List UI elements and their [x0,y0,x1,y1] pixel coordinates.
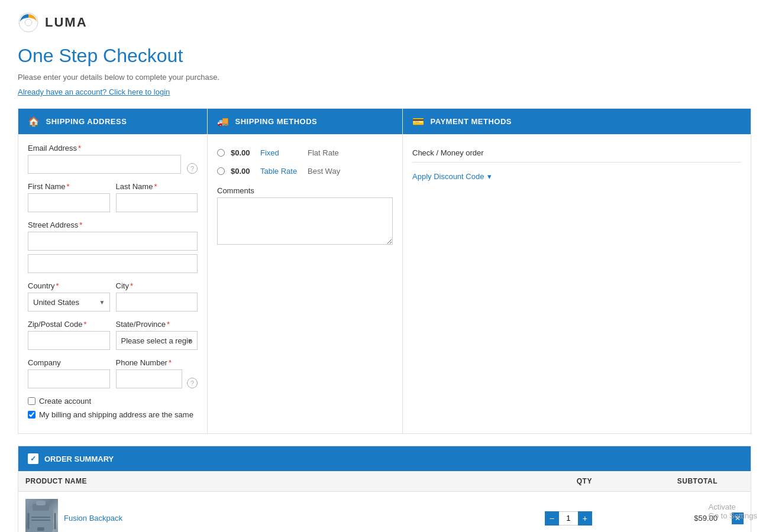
shipping-method-0: Fixed [260,148,302,157]
billing-same-checkbox[interactable] [28,411,35,419]
product-name-link[interactable]: Fusion Backpack [64,514,122,523]
price-cell: $59.00 [599,492,725,533]
payment-methods-header: 💳 PAYMENT METHODS [403,109,751,134]
city-input[interactable] [116,293,198,312]
state-label: State/Province* [116,320,198,329]
state-group: State/Province* Please select a region [116,320,198,350]
zip-input[interactable] [28,331,110,350]
order-summary-header: ✓ ORDER SUMMARY [18,446,751,471]
comments-label: Comments [217,186,393,195]
first-name-group: First Name* [28,182,110,212]
col-product: PRODUCT NAME [18,471,458,492]
last-name-input[interactable] [116,193,198,212]
email-group: Email Address* ? [28,144,198,174]
product-cell: Fusion Backpack [18,492,458,533]
shipping-methods-body: $0.00 Fixed Flat Rate $0.00 Table Rate B… [208,134,402,256]
billing-same-label[interactable]: My billing and shipping address are the … [39,410,193,419]
create-account-checkbox[interactable] [28,397,35,405]
create-account-label[interactable]: Create account [39,397,91,406]
watermark: Activate Go to Settings [709,502,757,520]
shipping-carrier-0: Flat Rate [308,148,339,157]
payment-methods-column: 💳 PAYMENT METHODS Check / Money order Ap… [403,109,751,433]
company-input[interactable] [28,369,110,388]
state-select[interactable]: Please select a region [116,331,198,350]
col-qty: QTY [458,471,599,492]
shipping-radio-1[interactable] [217,167,225,175]
qty-input[interactable] [559,511,578,525]
street-input-2[interactable] [28,254,198,273]
shipping-carrier-1: Best Way [308,167,340,176]
product-image [25,499,58,532]
street-address-group: Street Address* [28,220,198,273]
qty-increase-button[interactable]: + [578,511,592,525]
country-group: Country* United States [28,281,110,312]
comments-group: Comments [217,186,393,246]
company-group: Company [28,358,110,388]
shipping-method-1: Table Rate [260,167,302,176]
page-title: One Step Checkout [18,45,751,67]
qty-cell: − + [458,492,599,533]
phone-group: Phone Number* ? [116,358,198,388]
phone-label: Phone Number* [116,358,198,367]
svg-point-1 [25,19,32,26]
logo-text: LUMA [45,15,88,30]
svg-rect-4 [36,501,46,505]
order-summary-section: ✓ ORDER SUMMARY PRODUCT NAME QTY SUBTOTA… [18,446,751,532]
luma-logo-icon [18,12,39,33]
city-label: City* [116,281,198,290]
logo-area: LUMA [18,12,751,33]
order-table: PRODUCT NAME QTY SUBTOTAL [18,471,751,532]
discount-label: Apply Discount Code [412,172,484,181]
watermark-line1: Activate [709,502,757,511]
city-group: City* [116,281,198,312]
country-select[interactable]: United States [28,293,110,312]
shipping-address-header: 🏠 SHIPPING ADDRESS [18,109,207,134]
phone-help-icon[interactable]: ? [187,378,198,388]
country-label: Country* [28,281,110,290]
email-input[interactable] [28,155,181,174]
page-subtitle: Please enter your details below to compl… [18,73,751,82]
col-subtotal: SUBTOTAL [599,471,725,492]
zip-group: Zip/Postal Code* [28,320,110,350]
svg-rect-7 [37,527,44,531]
payment-methods-body: Check / Money order Apply Discount Code … [403,134,751,194]
shipping-price-1: $0.00 [231,167,254,176]
login-link[interactable]: Already have an account? Click here to l… [18,87,751,96]
shipping-address-column: 🏠 SHIPPING ADDRESS Email Address* ? [18,109,208,433]
phone-input[interactable] [116,369,183,388]
svg-rect-6 [31,520,50,521]
shipping-radio-0[interactable] [217,149,225,157]
shipping-methods-column: 🚚 SHIPPING METHODS $0.00 Fixed Flat Rate… [208,109,403,433]
card-icon: 💳 [412,116,425,127]
street-input-1[interactable] [28,232,198,251]
shipping-price-0: $0.00 [231,148,254,157]
company-label: Company [28,358,110,367]
email-label: Email Address* [28,144,198,153]
truck-icon: 🚚 [217,116,230,127]
billing-same-group: My billing and shipping address are the … [28,410,198,419]
zip-label: Zip/Postal Code* [28,320,110,329]
last-name-group: Last Name* [116,182,198,212]
watermark-line2: Go to Settings [709,511,757,520]
first-name-input[interactable] [28,193,110,212]
shipping-methods-header: 🚚 SHIPPING METHODS [208,109,402,134]
shipping-address-body: Email Address* ? First Name* [18,134,207,433]
last-name-label: Last Name* [116,182,198,191]
discount-chevron-icon: ▾ [487,172,492,181]
home-icon: 🏠 [28,116,40,127]
checkmark-icon: ✓ [28,453,38,464]
comments-textarea[interactable] [217,197,393,245]
first-name-label: First Name* [28,182,110,191]
discount-toggle[interactable]: Apply Discount Code ▾ [412,168,741,184]
svg-rect-5 [31,517,50,518]
qty-decrease-button[interactable]: − [545,511,559,525]
checkout-columns: 🏠 SHIPPING ADDRESS Email Address* ? [18,108,751,434]
table-row: Fusion Backpack − + $59.00 ✕ [18,492,751,533]
payment-option-check: Check / Money order [412,144,741,163]
email-help-icon[interactable]: ? [187,163,198,174]
shipping-option-1: $0.00 Table Rate Best Way [217,162,393,180]
create-account-group: Create account [28,397,198,406]
shipping-option-0: $0.00 Fixed Flat Rate [217,144,393,162]
street-label: Street Address* [28,220,198,229]
